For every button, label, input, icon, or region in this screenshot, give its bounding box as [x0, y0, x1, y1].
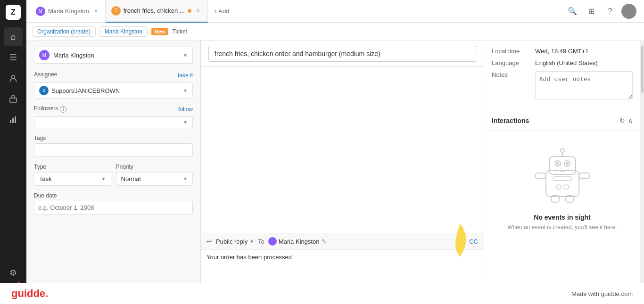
type-chevron: ▼ — [101, 176, 106, 181]
reply-edit-icon[interactable]: ✎ — [322, 238, 326, 245]
ticket-subject-bar — [201, 41, 484, 67]
breadcrumb-new-badge: New — [151, 28, 169, 35]
reply-to-user: Maria Kingston ✎ — [268, 237, 326, 246]
tags-label: Tags — [34, 135, 193, 141]
requester-avatar: M — [39, 50, 50, 60]
tab-bar: M Maria Kingston ✕ T french fries, chick… — [26, 0, 644, 23]
reply-text: Your order has been processed — [206, 254, 292, 261]
priority-select[interactable]: Normal ▼ — [116, 172, 193, 186]
sidebar-item-home[interactable]: ⌂ — [4, 27, 23, 46]
sidebar-item-tickets[interactable]: ☰ — [4, 48, 23, 67]
tab-avatar-maria: M — [36, 7, 45, 16]
local-time-value: Wed, 18:49 GMT+1 — [535, 48, 589, 55]
interactions-refresh-icon[interactable]: ↻ — [619, 117, 625, 124]
grid-icon[interactable]: ⊞ — [584, 4, 599, 19]
app-logo[interactable]: Z — [6, 5, 21, 20]
no-events-title: No events in sight — [534, 214, 591, 221]
assignee-label: Assignee — [34, 71, 57, 78]
priority-value: Normal — [121, 175, 141, 182]
followers-select[interactable]: ▼ — [34, 116, 193, 128]
sidebar-nav: Z ⌂ ☰ ⚙ a 24 — [0, 0, 26, 304]
assignee-avatar: S — [39, 86, 49, 95]
interactions-body: No events in sight When an event is crea… — [484, 131, 640, 240]
reply-content[interactable]: Your order has been processed — [201, 250, 484, 288]
tab-ticket[interactable]: T french fries, chicken ... ✕ — [106, 0, 208, 23]
requester-name: Maria Kingston — [53, 52, 94, 59]
reply-to-label: To — [258, 238, 264, 245]
notes-textarea[interactable] — [535, 71, 633, 99]
requester-chevron: ▼ — [183, 53, 188, 58]
ticket-subject-input[interactable] — [208, 46, 476, 62]
svg-rect-18 — [553, 177, 572, 181]
svg-point-20 — [564, 185, 569, 189]
tab-close-maria[interactable]: ✕ — [92, 8, 99, 15]
svg-point-9 — [561, 148, 564, 152]
svg-rect-15 — [579, 173, 590, 179]
tab-label-ticket: french fries, chicken ... — [124, 7, 185, 14]
reply-cc-button[interactable]: CC — [469, 238, 478, 245]
svg-rect-5 — [15, 116, 16, 123]
tab-maria[interactable]: M Maria Kingston ✕ — [30, 0, 106, 23]
notes-key: Notes — [492, 71, 529, 78]
search-icon[interactable]: 🔍 — [565, 4, 580, 19]
svg-rect-2 — [12, 96, 15, 98]
followers-info-icon[interactable]: i — [60, 106, 66, 113]
profile-avatar[interactable] — [621, 4, 636, 19]
requester-select[interactable]: M Maria Kingston ▼ — [34, 47, 193, 64]
breadcrumb: Organization (create) Maria Kingston New… — [26, 23, 644, 41]
scrollbar-thumb — [641, 46, 644, 93]
interactions-title: Interactions — [492, 117, 619, 124]
reply-to-avatar — [268, 237, 277, 246]
assignee-select[interactable]: S Support/JANICEBROWN ▼ — [34, 82, 193, 99]
local-time-key: Local time — [492, 48, 529, 55]
guidde-footer: guidde. Made with guidde.com — [0, 283, 644, 304]
follow-link[interactable]: follow — [178, 106, 193, 113]
take-it-link[interactable]: take it — [178, 72, 193, 79]
assignee-value: Support/JANICEBROWN — [51, 87, 120, 94]
right-panel: Local time Wed, 18:49 GMT+1 Language Eng… — [484, 41, 644, 304]
help-icon[interactable]: ? — [603, 4, 618, 19]
svg-rect-14 — [535, 173, 546, 179]
sidebar-item-reports[interactable] — [4, 110, 23, 129]
guidde-logo: guidde. — [11, 288, 48, 300]
language-key: Language — [492, 59, 529, 66]
sidebar-item-users[interactable] — [4, 69, 23, 88]
due-date-input[interactable] — [34, 201, 193, 214]
reply-type-chevron: ▼ — [249, 239, 254, 244]
reply-to-name: Maria Kingston — [279, 238, 320, 245]
sidebar-item-settings[interactable]: ⚙ — [4, 263, 23, 282]
reply-type-label: Public reply — [216, 238, 248, 245]
public-reply-button[interactable]: Public reply ▼ — [216, 238, 254, 245]
ticket-content-panel: ↩ Public reply ▼ To Maria Kingston ✎ — [201, 41, 484, 304]
tab-close-ticket[interactable]: ✕ — [194, 7, 202, 15]
robot-illustration — [525, 145, 600, 206]
tab-avatar-ticket: T — [111, 6, 121, 16]
breadcrumb-org[interactable]: Organization (create) — [32, 26, 96, 37]
breadcrumb-ticket-label: Ticket — [172, 28, 187, 35]
language-value: English (United States) — [535, 59, 598, 66]
due-date-label: Due date — [34, 192, 193, 199]
tab-bar-actions: 🔍 ⊞ ? — [565, 4, 640, 19]
sidebar-item-orgs[interactable] — [4, 90, 23, 108]
add-tab-button[interactable]: + Add — [208, 8, 235, 15]
guidde-tagline: Made with guidde.com — [571, 290, 633, 297]
followers-label: Followers — [34, 105, 58, 112]
svg-point-13 — [566, 162, 569, 165]
svg-rect-4 — [12, 118, 14, 123]
assignee-chevron: ▼ — [183, 88, 188, 93]
interactions-header: Interactions ↻ ∧ — [484, 111, 640, 131]
type-select[interactable]: Task ▼ — [34, 172, 111, 186]
no-events-desc: When an event is created, you'll see it … — [507, 224, 617, 230]
reply-header: ↩ Public reply ▼ To Maria Kingston ✎ — [201, 233, 484, 250]
right-panel-scrollbar[interactable] — [640, 41, 644, 304]
breadcrumb-user[interactable]: Maria Kingston — [99, 26, 148, 37]
type-label: Type — [34, 164, 111, 170]
priority-label: Priority — [116, 164, 193, 170]
ticket-form-panel: M Maria Kingston ▼ Assignee take it — [26, 41, 201, 304]
followers-chevron: ▼ — [183, 120, 188, 125]
tags-input[interactable] — [34, 143, 193, 157]
ticket-body[interactable] — [201, 67, 484, 233]
interactions-collapse-icon[interactable]: ∧ — [628, 117, 633, 124]
svg-rect-3 — [10, 120, 11, 123]
info-section: Local time Wed, 18:49 GMT+1 Language Eng… — [484, 41, 640, 111]
